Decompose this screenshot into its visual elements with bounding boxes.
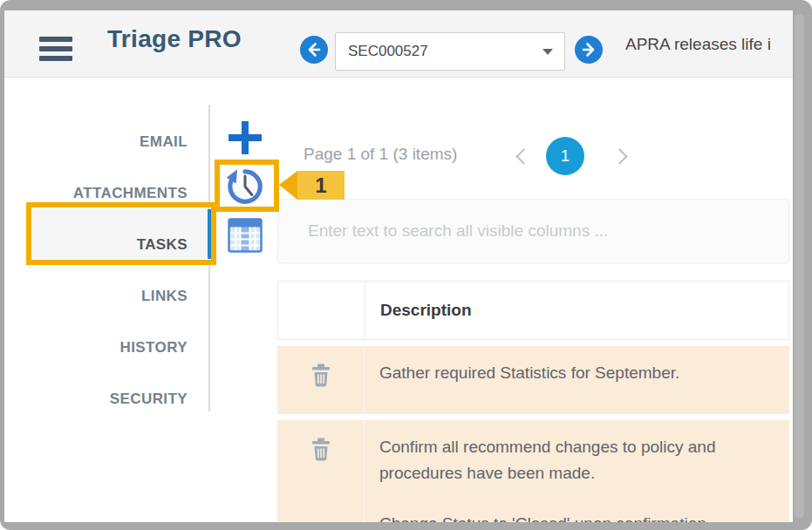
record-title: APRA releases life i xyxy=(625,31,789,58)
add-task-button[interactable] xyxy=(225,118,265,161)
app-header: Triage PRO SEC000527 APRA releases life … xyxy=(4,10,793,78)
plus-icon xyxy=(225,118,265,158)
table-row[interactable]: Confirm all recommend changes to policy … xyxy=(277,420,789,522)
record-id-value: SEC000527 xyxy=(348,33,428,70)
sidebar-item-history[interactable]: HISTORY xyxy=(26,330,188,365)
search-input[interactable] xyxy=(278,200,788,262)
trash-icon xyxy=(310,436,332,462)
page-number-button[interactable]: 1 xyxy=(546,137,584,175)
callout-arrow-left-icon xyxy=(279,171,297,200)
pagination-summary: Page 1 of 1 (3 items) xyxy=(304,145,457,164)
delete-task-button[interactable] xyxy=(277,420,365,522)
hamburger-menu-icon[interactable] xyxy=(39,37,72,61)
task-text: Gather required Statistics for September… xyxy=(379,360,772,386)
tasks-table: Description xyxy=(277,281,789,522)
trash-icon xyxy=(310,362,332,388)
table-header-row: Description xyxy=(277,281,789,340)
task-description-cell: Gather required Statistics for September… xyxy=(365,346,789,414)
app-window: Triage PRO SEC000527 APRA releases life … xyxy=(0,0,812,530)
table-row[interactable]: Gather required Statistics for September… xyxy=(277,346,789,414)
column-chooser-button[interactable] xyxy=(226,216,264,258)
arrow-right-icon xyxy=(578,39,599,60)
annotation-callout-1: 1 xyxy=(279,171,345,200)
sidebar-item-security[interactable]: SECURITY xyxy=(26,382,188,417)
chevron-left-icon[interactable] xyxy=(515,148,531,164)
app-content: Triage PRO SEC000527 APRA releases life … xyxy=(4,10,793,522)
vertical-scrollbar[interactable] xyxy=(795,14,804,518)
table-header-actions xyxy=(278,282,365,339)
callout-step-number: 1 xyxy=(297,171,345,200)
task-text: Confirm all recommend changes to policy … xyxy=(379,434,772,486)
search-box xyxy=(277,199,789,263)
previous-record-button[interactable] xyxy=(300,36,328,64)
column-header-label: Description xyxy=(380,301,472,320)
arrow-left-icon xyxy=(304,39,324,60)
sidebar-item-links[interactable]: LINKS xyxy=(26,279,188,314)
app-title: Triage PRO xyxy=(107,25,242,53)
next-record-button[interactable] xyxy=(575,36,603,64)
table-columns-icon xyxy=(226,216,264,255)
delete-task-button[interactable] xyxy=(277,346,365,414)
sidebar-item-email[interactable]: EMAIL xyxy=(26,125,188,160)
table-header-description[interactable]: Description xyxy=(365,282,788,339)
history-undo-button[interactable] xyxy=(223,164,267,211)
record-id-dropdown[interactable]: SEC000527 xyxy=(335,32,565,71)
caret-down-icon xyxy=(542,49,553,55)
sidebar-item-tasks[interactable]: TASKS xyxy=(26,228,188,262)
sidebar-item-attachments[interactable]: ATTACHMENTS xyxy=(26,176,188,211)
task-text: Change Status to 'Closed' upon confirmat… xyxy=(379,511,772,522)
task-description-cell: Confirm all recommend changes to policy … xyxy=(365,420,789,522)
chevron-right-icon[interactable] xyxy=(611,148,627,164)
history-clock-icon xyxy=(223,164,267,207)
